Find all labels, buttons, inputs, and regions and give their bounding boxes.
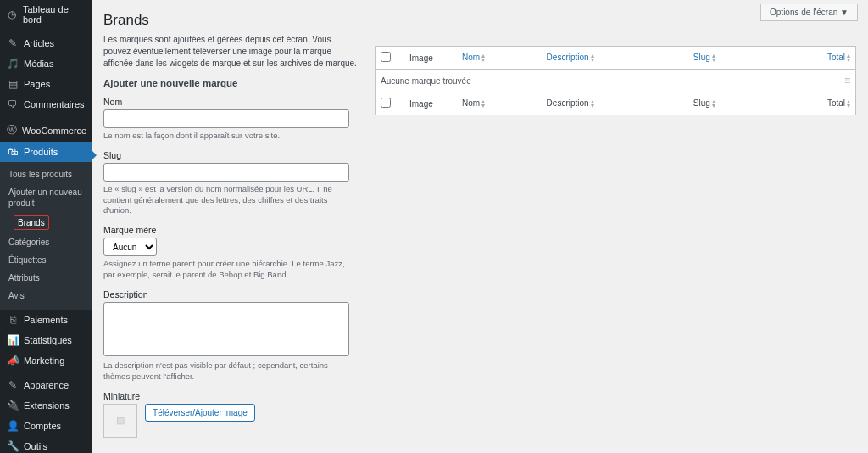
menu-tools[interactable]: 🔧Outils — [0, 436, 92, 453]
sort-icon: ▴▾ — [481, 100, 485, 109]
bag-icon: 🛍 — [7, 146, 19, 158]
content-area: Options de l'écran ▼ Brands Les marques … — [92, 0, 868, 453]
user-icon: 👤 — [7, 420, 19, 432]
thumbnail-label: Miniature — [103, 391, 358, 401]
submenu-tags[interactable]: Étiquettes — [0, 251, 92, 269]
col-name-footer[interactable]: Nom▴▾ — [457, 92, 542, 115]
menu-label: Tableau de bord — [23, 4, 85, 25]
col-description[interactable]: Description▴▾ — [542, 47, 688, 70]
sort-icon: ▴▾ — [712, 100, 715, 109]
stats-icon: 📊 — [7, 334, 19, 346]
col-image-footer: Image — [404, 92, 457, 115]
slug-help: Le « slug » est la version du nom normal… — [103, 184, 354, 216]
col-slug[interactable]: Slug▴▾ — [688, 47, 771, 70]
menu-label: Apparence — [24, 380, 69, 390]
slug-label: Slug — [103, 150, 358, 160]
menu-label: Paiements — [24, 315, 68, 325]
menu-plugins[interactable]: 🔌Extensions — [0, 395, 92, 416]
parent-label: Marque mère — [103, 225, 358, 235]
brands-table: Image Nom▴▾ Description▴▾ Slug▴▾ Total▴▾… — [375, 46, 856, 115]
select-all-footer-checkbox[interactable] — [381, 98, 391, 108]
menu-label: Commentaires — [24, 99, 85, 109]
col-name[interactable]: Nom▴▾ — [457, 47, 542, 70]
media-icon: 🎵 — [7, 58, 19, 70]
menu-dashboard[interactable]: ◷Tableau de bord — [0, 0, 92, 29]
no-items-row: Aucune marque trouvée — [376, 70, 771, 92]
description-label: Description — [103, 289, 358, 299]
brands-table-wrapper: Image Nom▴▾ Description▴▾ Slug▴▾ Total▴▾… — [375, 34, 856, 453]
col-total[interactable]: Total▴▾ — [771, 47, 856, 70]
menu-label: Extensions — [24, 400, 70, 411]
menu-woocommerce[interactable]: ⓦWooCommerce — [0, 119, 92, 142]
plug-icon: 🔌 — [7, 400, 19, 411]
megaphone-icon: 📣 — [7, 355, 19, 366]
menu-payments[interactable]: ⎘Paiements — [0, 310, 92, 330]
dashboard-icon: ◷ — [7, 8, 18, 20]
col-description-footer[interactable]: Description▴▾ — [542, 92, 688, 115]
comment-icon: 🗨 — [7, 98, 19, 110]
intro-text: Les marques sont ajoutées et gérées depu… — [103, 34, 358, 70]
submenu-brands[interactable]: Brands — [0, 212, 92, 233]
parent-help: Assignez un terme parent pour créer une … — [103, 259, 354, 281]
col-total-footer[interactable]: Total▴▾ — [771, 92, 856, 115]
submenu-add-product[interactable]: Ajouter un nouveau produit — [0, 183, 92, 212]
row-options-icon[interactable]: ≡ — [844, 75, 850, 87]
select-all-checkbox[interactable] — [381, 52, 391, 62]
parent-select[interactable]: Aucun — [103, 238, 157, 256]
menu-label: WooCommerce — [22, 126, 86, 136]
menu-comments[interactable]: 🗨Commentaires — [0, 94, 92, 115]
submenu-reviews[interactable]: Avis — [0, 287, 92, 305]
brush-icon: ✎ — [7, 379, 19, 391]
menu-label: Produits — [24, 147, 58, 157]
col-image: Image — [404, 47, 457, 70]
pin-icon: ✎ — [7, 37, 19, 49]
tool-icon: 🔧 — [7, 440, 19, 452]
upload-image-button[interactable]: Téléverser/Ajouter image — [145, 404, 255, 422]
menu-label: Médias — [24, 59, 53, 69]
sort-icon: ▴▾ — [847, 100, 850, 109]
menu-label: Statistiques — [24, 335, 72, 345]
slug-input[interactable] — [103, 163, 349, 182]
admin-sidebar: ◷Tableau de bord ✎Articles 🎵Médias ▤Page… — [0, 0, 92, 453]
name-label: Nom — [103, 97, 358, 107]
add-title: Ajouter une nouvelle marque — [103, 78, 358, 88]
sort-icon: ▴▾ — [591, 54, 594, 63]
menu-label: Pages — [24, 79, 50, 89]
description-input[interactable] — [103, 302, 349, 356]
menu-label: Comptes — [24, 421, 61, 431]
payments-icon: ⎘ — [7, 314, 19, 326]
sort-icon: ▴▾ — [481, 54, 485, 63]
sort-icon: ▴▾ — [847, 54, 850, 63]
submenu-all-products[interactable]: Tous les produits — [0, 165, 92, 183]
page-title: Brands — [92, 0, 868, 34]
col-slug-footer[interactable]: Slug▴▾ — [688, 92, 771, 115]
woo-icon: ⓦ — [7, 123, 17, 137]
placeholder-icon: ▨ — [116, 415, 125, 426]
menu-label: Marketing — [24, 355, 64, 366]
sort-icon: ▴▾ — [712, 54, 715, 63]
menu-marketing[interactable]: 📣Marketing — [0, 350, 92, 371]
menu-label: Outils — [24, 441, 47, 451]
screen-options-toggle[interactable]: Options de l'écran ▼ — [760, 4, 858, 21]
thumbnail-placeholder: ▨ — [103, 404, 137, 438]
submenu-categories[interactable]: Catégories — [0, 233, 92, 251]
menu-stats[interactable]: 📊Statistiques — [0, 330, 92, 350]
menu-posts[interactable]: ✎Articles — [0, 33, 92, 53]
submenu-attributes[interactable]: Attributs — [0, 269, 92, 287]
menu-label: Articles — [24, 38, 54, 48]
menu-pages[interactable]: ▤Pages — [0, 74, 92, 94]
add-brand-form: Les marques sont ajoutées et gérées depu… — [103, 34, 358, 453]
menu-users[interactable]: 👤Comptes — [0, 416, 92, 436]
page-icon: ▤ — [7, 78, 19, 90]
name-help: Le nom est la façon dont il apparaît sur… — [103, 131, 354, 142]
menu-media[interactable]: 🎵Médias — [0, 53, 92, 74]
menu-products[interactable]: 🛍Produits — [0, 142, 92, 162]
products-submenu: Tous les produits Ajouter un nouveau pro… — [0, 162, 92, 310]
name-input[interactable] — [103, 109, 349, 128]
menu-appearance[interactable]: ✎Apparence — [0, 375, 92, 395]
description-help: La description n'est pas visible par déf… — [103, 361, 354, 383]
sort-icon: ▴▾ — [591, 100, 594, 109]
